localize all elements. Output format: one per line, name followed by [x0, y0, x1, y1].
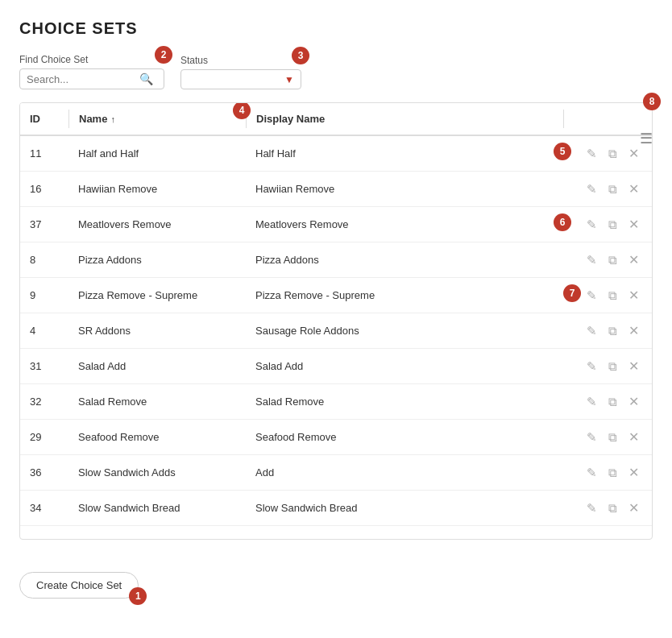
- table-row: 34 Slow Sandwich Bread Slow Sandwich Bre…: [20, 491, 652, 526]
- status-select[interactable]: Active Inactive: [188, 73, 284, 85]
- search-input[interactable]: [27, 73, 139, 85]
- cell-name: Salad Add: [68, 352, 246, 380]
- col-actions: [563, 110, 652, 128]
- table-row: 35 Slow Sandwich Extra Meat Slow Sandwic…: [20, 526, 652, 539]
- delete-button[interactable]: ✕: [625, 499, 642, 517]
- badge-2: 2: [155, 46, 172, 64]
- cell-actions: ✎ ⧉ ✕: [563, 242, 652, 277]
- edit-button[interactable]: ✎: [583, 216, 600, 234]
- edit-button[interactable]: ✎: [583, 429, 600, 446]
- badge-5: 5: [554, 143, 571, 160]
- table-header: ID Name ↑ 4 Display Name: [20, 103, 652, 136]
- copy-button[interactable]: ⧉: [605, 358, 620, 375]
- edit-button[interactable]: ✎: [583, 464, 600, 482]
- col-name[interactable]: Name ↑ 4: [68, 110, 246, 128]
- cell-name: Slow Sandwich Bread: [68, 494, 246, 522]
- delete-button[interactable]: ✕: [625, 180, 642, 198]
- badge-3: 3: [292, 47, 309, 64]
- copy-button[interactable]: ⧉: [605, 429, 620, 446]
- cell-name: Half and Half: [68, 139, 246, 168]
- cell-display-name: Sausage Role Addons: [246, 317, 563, 345]
- status-wrapper: Active Inactive ▼: [180, 69, 301, 89]
- copy-button[interactable]: ⧉: [605, 251, 620, 269]
- copy-button[interactable]: ⧉: [605, 322, 620, 340]
- edit-button[interactable]: ✎: [583, 535, 600, 540]
- edit-button[interactable]: ✎: [583, 322, 600, 340]
- cell-actions: ✎ ⧉ ✕: [563, 207, 652, 242]
- delete-button[interactable]: ✕: [625, 251, 642, 269]
- cell-id: 35: [20, 529, 68, 539]
- delete-button[interactable]: ✕: [625, 215, 642, 234]
- cell-actions: ✎ ⧉ ✕: [563, 420, 652, 454]
- cell-id: 34: [20, 494, 68, 522]
- cell-display-name: Slow Sandwich Extra Meat: [246, 529, 563, 539]
- search-icon: 🔍: [139, 72, 153, 85]
- page-title: CHOICE SETS: [19, 19, 653, 38]
- cell-display-name: Seafood Remove: [246, 423, 563, 451]
- cell-display-name: Half Half: [246, 139, 563, 168]
- create-choice-set-button[interactable]: Create Choice Set: [19, 572, 139, 599]
- edit-button[interactable]: ✎: [583, 145, 600, 163]
- cell-actions: ✎ ⧉ ✕: [563, 384, 652, 419]
- cell-display-name: Pizza Remove - Supreme: [246, 281, 563, 309]
- cell-id: 36: [20, 458, 68, 487]
- cell-id: 4: [20, 317, 68, 345]
- edit-button[interactable]: ✎: [583, 287, 600, 304]
- delete-button[interactable]: ✕: [625, 463, 642, 482]
- cell-actions: ✎ ⧉ ✕: [563, 349, 652, 383]
- table-row: 8 Pizza Addons Pizza Addons ✎ ⧉ ✕: [20, 242, 652, 278]
- cell-display-name: Salad Remove: [246, 387, 563, 416]
- col-display-name: Display Name: [246, 110, 563, 128]
- cell-actions: ✎ ⧉ ✕: [563, 313, 652, 348]
- table-row: 31 Salad Add Salad Add ✎ ⧉ ✕: [20, 349, 652, 384]
- copy-button[interactable]: ⧉: [605, 499, 620, 517]
- chevron-down-icon: ▼: [284, 74, 294, 85]
- cell-id: 16: [20, 175, 68, 203]
- delete-button[interactable]: ✕: [625, 428, 642, 446]
- cell-id: 29: [20, 423, 68, 451]
- edit-button[interactable]: ✎: [583, 499, 600, 517]
- copy-button[interactable]: ⧉: [605, 464, 620, 482]
- badge-4: 4: [233, 102, 251, 119]
- delete-button[interactable]: ✕: [625, 357, 642, 375]
- badge-7: 7: [563, 284, 581, 302]
- delete-button[interactable]: ✕: [625, 321, 642, 340]
- edit-button[interactable]: ✎: [583, 393, 600, 411]
- table-row: 16 Hawiian Remove Hawiian Remove ✎ ⧉ ✕: [20, 172, 652, 207]
- edit-button[interactable]: ✎: [583, 180, 600, 198]
- edit-button[interactable]: ✎: [583, 251, 600, 269]
- cell-name: Hawiian Remove: [68, 175, 246, 203]
- cell-name: Pizza Addons: [68, 246, 246, 274]
- copy-button[interactable]: ⧉: [605, 180, 620, 198]
- table-row: 32 Salad Remove Salad Remove ✎ ⧉ ✕: [20, 384, 652, 420]
- table-row: 4 SR Addons Sausage Role Addons ✎ ⧉ ✕: [20, 313, 652, 349]
- cell-display-name: Slow Sandwich Bread: [246, 494, 563, 522]
- copy-button[interactable]: ⧉: [605, 287, 620, 304]
- table-row: 9 Pizza Remove - Supreme Pizza Remove - …: [20, 278, 652, 313]
- delete-button[interactable]: ✕: [625, 534, 642, 539]
- delete-button[interactable]: ✕: [625, 286, 642, 304]
- copy-button[interactable]: ⧉: [605, 535, 620, 540]
- cell-actions: ✎ ⧉ ✕: [563, 526, 652, 539]
- cell-actions: ✎ ⧉ ✕: [563, 172, 652, 206]
- copy-button[interactable]: ⧉: [605, 145, 620, 163]
- cell-actions: ✎ ⧉ ✕: [563, 491, 652, 525]
- badge-6: 6: [554, 213, 571, 231]
- cell-display-name: Add: [246, 458, 563, 487]
- cell-id: 11: [20, 139, 68, 168]
- copy-button[interactable]: ⧉: [605, 393, 620, 411]
- table-row: 37 Meatlovers Remove Meatlovers Remove ✎…: [20, 207, 652, 242]
- col-id: ID: [20, 110, 68, 128]
- delete-button[interactable]: ✕: [625, 392, 642, 411]
- cell-actions: ✎ ⧉ ✕: [563, 136, 652, 171]
- cell-name: Meatlovers Remove: [68, 210, 246, 238]
- cell-display-name: Pizza Addons: [246, 246, 563, 274]
- badge-1: 1: [129, 587, 147, 605]
- cell-name: Slow Sandwich Extra Meat: [68, 529, 246, 539]
- cell-name: Salad Remove: [68, 387, 246, 416]
- table-row: 29 Seafood Remove Seafood Remove ✎ ⧉ ✕: [20, 420, 652, 455]
- search-wrapper: 🔍: [19, 68, 164, 89]
- copy-button[interactable]: ⧉: [605, 216, 620, 234]
- filter-icon-button[interactable]: ☰: [640, 130, 653, 147]
- edit-button[interactable]: ✎: [583, 358, 600, 375]
